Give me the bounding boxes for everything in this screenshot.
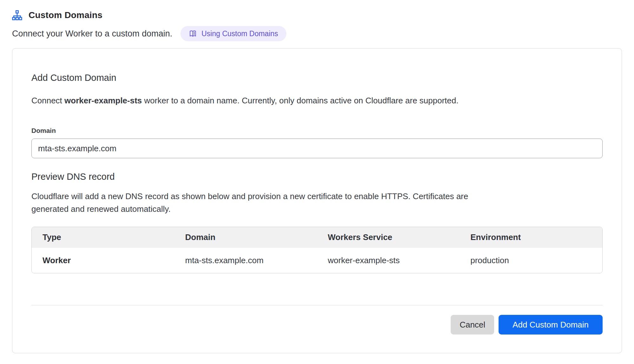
- page-header: Custom Domains: [12, 9, 622, 22]
- intro-worker-name: worker-example-sts: [64, 96, 142, 105]
- intro-suffix: worker to a domain name. Currently, only…: [142, 96, 458, 105]
- docs-link-label: Using Custom Domains: [201, 29, 278, 38]
- cancel-button[interactable]: Cancel: [451, 315, 494, 335]
- intro-prefix: Connect: [31, 96, 64, 105]
- custom-domains-page: Custom Domains Connect your Worker to a …: [0, 0, 634, 353]
- add-custom-domain-card: Add Custom Domain Connect worker-example…: [12, 48, 622, 353]
- preview-dns-heading: Preview DNS record: [31, 171, 603, 182]
- domain-field-label: Domain: [31, 127, 603, 135]
- column-header-environment: Environment: [460, 227, 602, 247]
- table-row: Worker mta-sts.example.com worker-exampl…: [32, 247, 602, 273]
- open-book-icon: [189, 29, 197, 38]
- preview-dns-description: Cloudflare will add a new DNS record as …: [31, 190, 504, 215]
- cell-domain: mta-sts.example.com: [174, 247, 317, 273]
- card-intro-text: Connect worker-example-sts worker to a d…: [31, 95, 603, 106]
- add-custom-domain-button[interactable]: Add Custom Domain: [499, 315, 603, 335]
- column-header-type: Type: [32, 227, 174, 247]
- column-header-domain: Domain: [174, 227, 317, 247]
- footer-divider: [31, 305, 603, 305]
- page-subheader: Connect your Worker to a custom domain. …: [12, 26, 622, 41]
- cell-environment: production: [460, 247, 602, 273]
- page-subtitle: Connect your Worker to a custom domain.: [12, 29, 172, 39]
- page-title: Custom Domains: [29, 10, 102, 20]
- cell-type: Worker: [32, 247, 174, 273]
- dns-preview-table: Type Domain Workers Service Environment …: [31, 227, 603, 273]
- table-header-row: Type Domain Workers Service Environment: [32, 227, 602, 247]
- domain-input[interactable]: [31, 139, 603, 158]
- column-header-workers-service: Workers Service: [317, 227, 460, 247]
- card-heading: Add Custom Domain: [31, 72, 603, 83]
- sitemap-icon: [12, 10, 22, 20]
- cell-workers-service: worker-example-sts: [317, 247, 460, 273]
- docs-link-using-custom-domains[interactable]: Using Custom Domains: [180, 26, 286, 41]
- card-actions: Cancel Add Custom Domain: [31, 315, 603, 335]
